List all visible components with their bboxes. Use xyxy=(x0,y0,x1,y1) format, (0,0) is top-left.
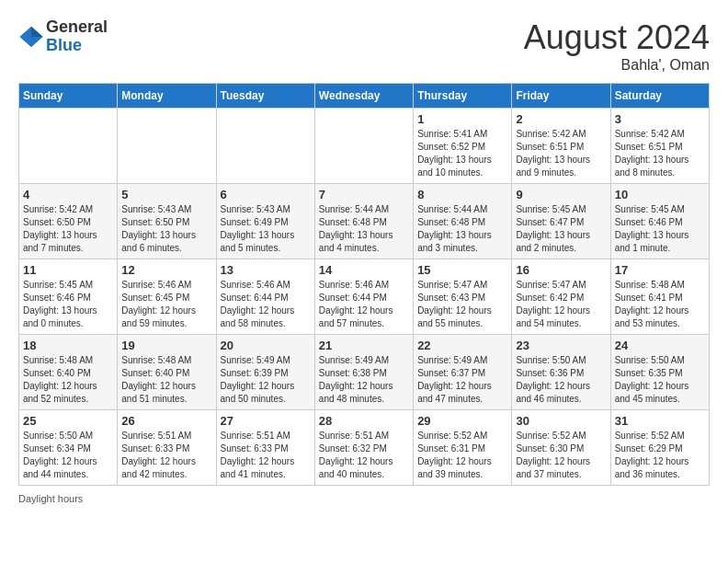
day-number: 12 xyxy=(121,263,211,277)
day-info: Sunrise: 5:42 AM Sunset: 6:51 PM Dayligh… xyxy=(615,128,705,179)
calendar-week-row: 4Sunrise: 5:42 AM Sunset: 6:50 PM Daylig… xyxy=(19,184,710,259)
day-number: 27 xyxy=(221,414,311,428)
calendar-week-row: 1Sunrise: 5:41 AM Sunset: 6:52 PM Daylig… xyxy=(19,109,710,184)
day-info: Sunrise: 5:45 AM Sunset: 6:46 PM Dayligh… xyxy=(23,279,113,330)
calendar-cell: 20Sunrise: 5:49 AM Sunset: 6:39 PM Dayli… xyxy=(216,335,314,410)
day-number: 22 xyxy=(417,339,507,352)
day-number: 15 xyxy=(417,263,507,277)
svg-marker-1 xyxy=(31,27,43,37)
day-info: Sunrise: 5:43 AM Sunset: 6:50 PM Dayligh… xyxy=(121,203,211,255)
weekday-header: Wednesday xyxy=(314,84,413,109)
day-info: Sunrise: 5:50 AM Sunset: 6:36 PM Dayligh… xyxy=(516,354,606,406)
day-info: Sunrise: 5:49 AM Sunset: 6:39 PM Dayligh… xyxy=(221,354,311,406)
weekday-header-row: SundayMondayTuesdayWednesdayThursdayFrid… xyxy=(19,84,710,109)
calendar-week-row: 11Sunrise: 5:45 AM Sunset: 6:46 PM Dayli… xyxy=(19,259,710,335)
day-info: Sunrise: 5:48 AM Sunset: 6:40 PM Dayligh… xyxy=(23,354,113,406)
day-info: Sunrise: 5:52 AM Sunset: 6:30 PM Dayligh… xyxy=(516,430,606,481)
calendar-cell: 15Sunrise: 5:47 AM Sunset: 6:43 PM Dayli… xyxy=(414,259,512,335)
day-info: Sunrise: 5:46 AM Sunset: 6:44 PM Dayligh… xyxy=(319,279,409,330)
day-info: Sunrise: 5:51 AM Sunset: 6:33 PM Dayligh… xyxy=(121,430,211,481)
weekday-header: Friday xyxy=(512,84,610,109)
day-number: 14 xyxy=(319,263,409,277)
day-info: Sunrise: 5:49 AM Sunset: 6:38 PM Dayligh… xyxy=(319,354,409,406)
calendar-cell: 21Sunrise: 5:49 AM Sunset: 6:38 PM Dayli… xyxy=(314,335,413,410)
calendar-cell xyxy=(314,109,413,184)
day-number: 19 xyxy=(121,339,211,352)
calendar-cell: 18Sunrise: 5:48 AM Sunset: 6:40 PM Dayli… xyxy=(19,335,118,410)
calendar-cell: 11Sunrise: 5:45 AM Sunset: 6:46 PM Dayli… xyxy=(19,259,118,335)
day-info: Sunrise: 5:51 AM Sunset: 6:32 PM Dayligh… xyxy=(319,430,409,481)
weekday-header: Sunday xyxy=(19,84,118,109)
day-number: 8 xyxy=(417,188,507,201)
day-number: 3 xyxy=(615,112,705,126)
calendar-cell: 12Sunrise: 5:46 AM Sunset: 6:45 PM Dayli… xyxy=(118,259,216,335)
calendar-cell: 28Sunrise: 5:51 AM Sunset: 6:32 PM Dayli… xyxy=(314,410,413,486)
calendar-cell: 7Sunrise: 5:44 AM Sunset: 6:48 PM Daylig… xyxy=(314,184,413,259)
calendar-cell: 30Sunrise: 5:52 AM Sunset: 6:30 PM Dayli… xyxy=(512,410,610,486)
calendar-cell: 19Sunrise: 5:48 AM Sunset: 6:40 PM Dayli… xyxy=(118,335,216,410)
calendar-cell: 3Sunrise: 5:42 AM Sunset: 6:51 PM Daylig… xyxy=(610,109,709,184)
day-info: Sunrise: 5:50 AM Sunset: 6:35 PM Dayligh… xyxy=(615,354,705,406)
day-info: Sunrise: 5:44 AM Sunset: 6:48 PM Dayligh… xyxy=(319,203,409,255)
calendar-cell: 27Sunrise: 5:51 AM Sunset: 6:33 PM Dayli… xyxy=(216,410,314,486)
weekday-header: Monday xyxy=(118,84,216,109)
day-info: Sunrise: 5:43 AM Sunset: 6:49 PM Dayligh… xyxy=(221,203,311,255)
day-number: 9 xyxy=(516,188,606,201)
calendar-cell: 9Sunrise: 5:45 AM Sunset: 6:47 PM Daylig… xyxy=(512,184,610,259)
day-number: 18 xyxy=(23,339,113,352)
day-number: 28 xyxy=(319,414,409,428)
day-number: 20 xyxy=(221,339,311,352)
calendar-cell: 17Sunrise: 5:48 AM Sunset: 6:41 PM Dayli… xyxy=(610,259,709,335)
calendar-cell xyxy=(19,109,118,184)
day-info: Sunrise: 5:42 AM Sunset: 6:51 PM Dayligh… xyxy=(516,128,606,179)
weekday-header: Tuesday xyxy=(216,84,314,109)
day-info: Sunrise: 5:48 AM Sunset: 6:41 PM Dayligh… xyxy=(615,279,705,330)
calendar-table: SundayMondayTuesdayWednesdayThursdayFrid… xyxy=(18,83,710,486)
calendar-cell: 31Sunrise: 5:52 AM Sunset: 6:29 PM Dayli… xyxy=(610,410,709,486)
day-number: 11 xyxy=(23,263,113,277)
calendar-week-row: 25Sunrise: 5:50 AM Sunset: 6:34 PM Dayli… xyxy=(19,410,710,486)
calendar-week-row: 18Sunrise: 5:48 AM Sunset: 6:40 PM Dayli… xyxy=(19,335,710,410)
calendar-cell: 4Sunrise: 5:42 AM Sunset: 6:50 PM Daylig… xyxy=(19,184,118,259)
calendar-cell: 6Sunrise: 5:43 AM Sunset: 6:49 PM Daylig… xyxy=(216,184,314,259)
day-number: 21 xyxy=(319,339,409,352)
calendar-cell: 26Sunrise: 5:51 AM Sunset: 6:33 PM Dayli… xyxy=(118,410,216,486)
calendar-cell: 29Sunrise: 5:52 AM Sunset: 6:31 PM Dayli… xyxy=(414,410,512,486)
day-number: 5 xyxy=(121,188,211,201)
calendar-cell: 5Sunrise: 5:43 AM Sunset: 6:50 PM Daylig… xyxy=(118,184,216,259)
day-info: Sunrise: 5:48 AM Sunset: 6:40 PM Dayligh… xyxy=(121,354,211,406)
day-info: Sunrise: 5:46 AM Sunset: 6:44 PM Dayligh… xyxy=(221,279,311,330)
calendar-cell: 2Sunrise: 5:42 AM Sunset: 6:51 PM Daylig… xyxy=(512,109,610,184)
calendar-cell: 13Sunrise: 5:46 AM Sunset: 6:44 PM Dayli… xyxy=(216,259,314,335)
day-info: Sunrise: 5:46 AM Sunset: 6:45 PM Dayligh… xyxy=(121,279,211,330)
day-info: Sunrise: 5:42 AM Sunset: 6:50 PM Dayligh… xyxy=(23,203,113,255)
logo: General Blue xyxy=(18,18,108,55)
calendar-cell: 10Sunrise: 5:45 AM Sunset: 6:46 PM Dayli… xyxy=(610,184,709,259)
day-info: Sunrise: 5:52 AM Sunset: 6:29 PM Dayligh… xyxy=(615,430,705,481)
daylight-label: Daylight hours xyxy=(18,493,83,504)
day-info: Sunrise: 5:49 AM Sunset: 6:37 PM Dayligh… xyxy=(417,354,507,406)
calendar-cell xyxy=(216,109,314,184)
day-number: 24 xyxy=(615,339,705,352)
month-year: August 2024 xyxy=(524,18,710,57)
day-number: 1 xyxy=(417,112,507,126)
day-info: Sunrise: 5:52 AM Sunset: 6:31 PM Dayligh… xyxy=(417,430,507,481)
title-block: August 2024 Bahla', Oman xyxy=(524,18,710,74)
day-number: 7 xyxy=(319,188,409,201)
day-info: Sunrise: 5:51 AM Sunset: 6:33 PM Dayligh… xyxy=(221,430,311,481)
logo-icon xyxy=(18,24,44,50)
day-number: 31 xyxy=(615,414,705,428)
calendar-cell: 14Sunrise: 5:46 AM Sunset: 6:44 PM Dayli… xyxy=(314,259,413,335)
day-info: Sunrise: 5:44 AM Sunset: 6:48 PM Dayligh… xyxy=(417,203,507,255)
day-number: 16 xyxy=(516,263,606,277)
calendar-cell: 22Sunrise: 5:49 AM Sunset: 6:37 PM Dayli… xyxy=(414,335,512,410)
day-info: Sunrise: 5:45 AM Sunset: 6:47 PM Dayligh… xyxy=(516,203,606,255)
day-number: 13 xyxy=(221,263,311,277)
day-info: Sunrise: 5:50 AM Sunset: 6:34 PM Dayligh… xyxy=(23,430,113,481)
day-info: Sunrise: 5:45 AM Sunset: 6:46 PM Dayligh… xyxy=(615,203,705,255)
calendar-cell: 24Sunrise: 5:50 AM Sunset: 6:35 PM Dayli… xyxy=(610,335,709,410)
day-info: Sunrise: 5:41 AM Sunset: 6:52 PM Dayligh… xyxy=(417,128,507,179)
day-number: 10 xyxy=(615,188,705,201)
calendar-cell: 23Sunrise: 5:50 AM Sunset: 6:36 PM Dayli… xyxy=(512,335,610,410)
calendar-cell: 8Sunrise: 5:44 AM Sunset: 6:48 PM Daylig… xyxy=(414,184,512,259)
